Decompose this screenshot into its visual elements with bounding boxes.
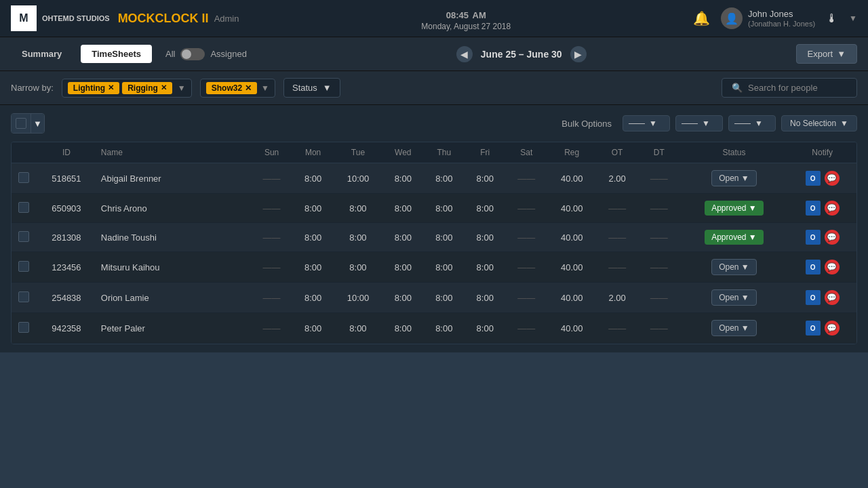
no-selection-button[interactable]: No Selection ▼ bbox=[781, 115, 857, 131]
select-all-checkbox[interactable] bbox=[12, 114, 31, 133]
tab-summary[interactable]: Summary bbox=[11, 45, 73, 63]
toggle-switch[interactable] bbox=[180, 48, 205, 60]
message-icon[interactable]: 💬 bbox=[825, 321, 840, 336]
row-notify[interactable]: O 💬 bbox=[788, 223, 856, 252]
dept-filter-group[interactable]: Lighting ✕ Rigging ✕ ▼ bbox=[62, 79, 192, 98]
checkbox-dropdown[interactable]: ▼ bbox=[11, 113, 45, 134]
search-people[interactable]: 🔍 Search for people bbox=[722, 78, 857, 98]
row-mon: 8:00 bbox=[292, 313, 333, 344]
row-status[interactable]: Open ▼ bbox=[680, 252, 789, 283]
col-status: Status bbox=[680, 142, 789, 163]
show-filter-dropdown[interactable]: Show32 ✕ ▼ bbox=[200, 79, 275, 98]
outlook-icon[interactable]: O bbox=[806, 321, 821, 336]
col-thu: Thu bbox=[424, 142, 465, 163]
row-checkbox[interactable] bbox=[18, 291, 29, 302]
message-icon[interactable]: 💬 bbox=[825, 260, 840, 274]
status-badge[interactable]: Open ▼ bbox=[711, 289, 757, 306]
rigging-tag[interactable]: Rigging ✕ bbox=[122, 82, 172, 94]
row-checkbox-cell[interactable] bbox=[12, 223, 36, 252]
row-checkbox-cell[interactable] bbox=[12, 283, 36, 313]
row-notify[interactable]: O 💬 bbox=[788, 313, 856, 344]
row-id: 123456 bbox=[36, 252, 97, 283]
subheader: Summary TimeSheets All Assigned ◀ June 2… bbox=[0, 37, 868, 71]
bulk-select-1[interactable]: —— ▼ bbox=[623, 115, 670, 131]
lighting-tag-close[interactable]: ✕ bbox=[108, 83, 114, 92]
row-checkbox-cell[interactable] bbox=[12, 252, 36, 283]
app-header: M OHTEMD STUDIOS MOCKCLOCK II Admin 08:4… bbox=[0, 0, 868, 37]
row-reg: 40.00 bbox=[547, 223, 596, 252]
row-checkbox[interactable] bbox=[18, 202, 29, 213]
bell-icon[interactable]: 🔔 bbox=[693, 10, 710, 26]
row-tue: 10:00 bbox=[334, 163, 382, 194]
row-wed: 8:00 bbox=[382, 252, 423, 283]
row-notify[interactable]: O 💬 bbox=[788, 283, 856, 313]
row-thu: 8:00 bbox=[424, 163, 465, 194]
status-filter[interactable]: Status ▼ bbox=[283, 78, 340, 98]
row-name: Mitsuru Kaihou bbox=[97, 252, 251, 283]
status-badge[interactable]: Open ▼ bbox=[711, 170, 757, 186]
row-mon: 8:00 bbox=[292, 223, 333, 252]
message-icon[interactable]: 💬 bbox=[825, 201, 840, 216]
message-icon[interactable]: 💬 bbox=[825, 171, 840, 186]
bulk-select-2[interactable]: —— ▼ bbox=[675, 115, 723, 131]
outlook-icon[interactable]: O bbox=[806, 230, 821, 245]
checkbox-dropdown-arrow[interactable]: ▼ bbox=[31, 114, 44, 133]
outlook-icon[interactable]: O bbox=[806, 290, 821, 305]
row-status[interactable]: Open ▼ bbox=[680, 283, 789, 313]
row-wed: 8:00 bbox=[382, 313, 423, 344]
lighting-tag[interactable]: Lighting ✕ bbox=[68, 82, 119, 94]
header-right: 🔔 👤 John Jones (Jonathan H. Jones) 🌡 ▼ bbox=[693, 7, 857, 29]
row-checkbox-cell[interactable] bbox=[12, 313, 36, 344]
show32-tag[interactable]: Show32 ✕ bbox=[206, 82, 257, 94]
show32-tag-close[interactable]: ✕ bbox=[245, 83, 252, 93]
tab-timesheets[interactable]: TimeSheets bbox=[81, 45, 152, 63]
user-block: 👤 John Jones (Jonathan H. Jones) bbox=[721, 7, 815, 29]
row-notify[interactable]: O 💬 bbox=[788, 163, 856, 194]
message-icon[interactable]: 💬 bbox=[825, 290, 840, 305]
dept-filter-arrow[interactable]: ▼ bbox=[178, 83, 186, 93]
row-ot: —— bbox=[596, 194, 638, 223]
status-badge[interactable]: Open ▼ bbox=[711, 320, 757, 336]
row-fri: 8:00 bbox=[465, 313, 505, 344]
rigging-tag-close[interactable]: ✕ bbox=[161, 83, 167, 92]
row-sun: —— bbox=[251, 283, 293, 313]
row-checkbox[interactable] bbox=[18, 322, 29, 333]
row-status[interactable]: Approved ▼ bbox=[680, 194, 789, 223]
app-name: MOCKCLOCK II bbox=[118, 12, 209, 26]
row-wed: 8:00 bbox=[382, 283, 423, 313]
bulk-arrow-3: ▼ bbox=[755, 119, 763, 128]
row-ot: —— bbox=[596, 313, 638, 344]
export-button[interactable]: Export ▼ bbox=[796, 44, 857, 64]
row-status[interactable]: Open ▼ bbox=[680, 163, 789, 194]
row-id: 942358 bbox=[36, 313, 97, 344]
date-prev-button[interactable]: ◀ bbox=[456, 46, 473, 62]
message-icon[interactable]: 💬 bbox=[825, 230, 840, 245]
status-badge[interactable]: Approved ▼ bbox=[705, 230, 764, 245]
status-badge[interactable]: Approved ▼ bbox=[705, 201, 764, 216]
row-checkbox[interactable] bbox=[18, 261, 29, 272]
col-tue: Tue bbox=[334, 142, 382, 163]
col-sat: Sat bbox=[506, 142, 548, 163]
row-checkbox-cell[interactable] bbox=[12, 194, 36, 223]
row-notify[interactable]: O 💬 bbox=[788, 194, 856, 223]
row-notify[interactable]: O 💬 bbox=[788, 252, 856, 283]
table-row: 650903 Chris Arono —— 8:00 8:00 8:00 8:0… bbox=[12, 194, 856, 223]
no-selection-label: No Selection bbox=[790, 119, 836, 128]
row-checkbox[interactable] bbox=[18, 172, 29, 183]
outlook-icon[interactable]: O bbox=[806, 260, 821, 274]
header-dropdown-arrow[interactable]: ▼ bbox=[849, 14, 857, 23]
row-checkbox[interactable] bbox=[18, 231, 29, 242]
status-badge[interactable]: Open ▼ bbox=[711, 259, 757, 275]
row-status[interactable]: Approved ▼ bbox=[680, 223, 789, 252]
date-next-button[interactable]: ▶ bbox=[570, 46, 587, 62]
bulk-select-3[interactable]: —— ▼ bbox=[728, 115, 776, 131]
outlook-icon[interactable]: O bbox=[806, 171, 821, 186]
filter-bar: Narrow by: Lighting ✕ Rigging ✕ ▼ Show32… bbox=[0, 71, 868, 105]
no-selection-arrow: ▼ bbox=[840, 119, 848, 128]
outlook-icon[interactable]: O bbox=[806, 201, 821, 216]
row-sun: —— bbox=[251, 313, 293, 344]
row-status[interactable]: Open ▼ bbox=[680, 313, 789, 344]
row-checkbox-cell[interactable] bbox=[12, 163, 36, 194]
row-sat: —— bbox=[506, 194, 548, 223]
show-filter-arrow[interactable]: ▼ bbox=[261, 83, 269, 93]
